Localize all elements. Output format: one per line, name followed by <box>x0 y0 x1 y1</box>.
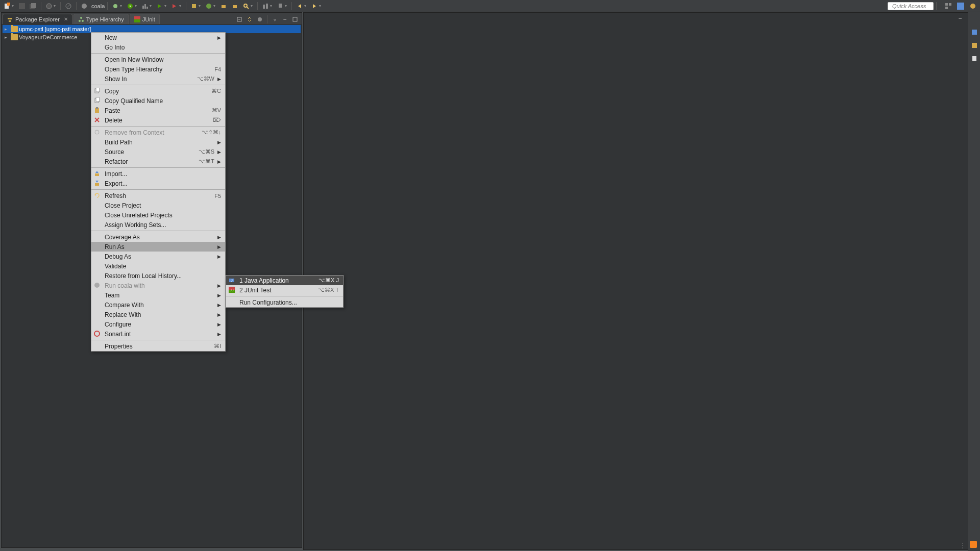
menu-item-team[interactable]: Team▶ <box>91 290 225 300</box>
dropdown-icon[interactable]: ▾ <box>213 4 217 8</box>
dropdown-icon[interactable]: ▾ <box>150 4 154 8</box>
menu-item-sonarlint[interactable]: SonarLint▶ <box>91 329 225 339</box>
svg-rect-39 <box>134 16 140 19</box>
dropdown-icon[interactable]: ▾ <box>164 4 168 8</box>
collapse-all-icon[interactable] <box>235 15 244 24</box>
menu-item-export[interactable]: Export... <box>91 179 225 188</box>
coala-label[interactable]: coala <box>91 3 105 9</box>
back-icon[interactable] <box>295 2 305 11</box>
menu-item-open-type-hierarchy[interactable]: Open Type HierarchyF4 <box>91 64 225 74</box>
forward-icon[interactable] <box>309 2 320 11</box>
menu-item-close-unrelated-projects[interactable]: Close Unrelated Projects <box>91 210 225 220</box>
dropdown-icon[interactable]: ▾ <box>285 4 289 8</box>
link-editor-icon[interactable] <box>245 15 254 24</box>
open-perspective-icon[interactable] <box>943 2 953 11</box>
menu-item-1-java-application[interactable]: J1 Java Application⌥⌘X J <box>226 276 343 285</box>
menu-item-build-path[interactable]: Build Path▶ <box>91 137 225 147</box>
focus-task-icon[interactable] <box>255 15 264 24</box>
save-all-icon[interactable] <box>28 2 38 11</box>
maximize-icon[interactable] <box>290 15 300 24</box>
type-hierarchy-icon <box>78 16 84 22</box>
svg-rect-60 <box>95 183 99 186</box>
dropdown-icon[interactable]: ▾ <box>179 4 183 8</box>
menu-label: Refresh <box>105 192 208 199</box>
menu-item-show-in[interactable]: Show In⌥⌘W▶ <box>91 74 225 84</box>
outline-icon[interactable] <box>970 28 979 37</box>
tab-package-explorer[interactable]: Package Explorer ✕ <box>3 14 72 24</box>
expander-icon[interactable]: ▸ <box>5 35 10 40</box>
menu-item-replace-with[interactable]: Replace With▶ <box>91 310 225 319</box>
view-menu-icon[interactable]: ▿ <box>270 15 279 24</box>
dropdown-icon[interactable]: ▾ <box>270 4 274 8</box>
expander-icon[interactable]: ▸ <box>5 27 10 32</box>
dropdown-icon[interactable]: ▾ <box>199 4 203 8</box>
dropdown-icon[interactable]: ▾ <box>135 4 139 8</box>
menu-item-open-in-new-window[interactable]: Open in New Window <box>91 55 225 64</box>
menu-label: Properties <box>105 343 208 350</box>
menu-item-import[interactable]: Import... <box>91 169 225 179</box>
task-list-icon[interactable] <box>970 41 979 50</box>
menu-label: SonarLint <box>105 331 214 338</box>
menu-item-debug-as[interactable]: Debug As▶ <box>91 252 225 261</box>
menu-separator <box>226 296 343 296</box>
menu-item-restore-from-local-history[interactable]: Restore from Local History... <box>91 271 225 281</box>
dropdown-icon[interactable]: ▾ <box>319 4 323 8</box>
menu-item-run-coala-with: Run coala with▶ <box>91 281 225 290</box>
editor-area[interactable]: − <box>303 12 979 550</box>
menu-item-configure[interactable]: Configure▶ <box>91 319 225 329</box>
open-task-icon[interactable] <box>230 2 240 11</box>
tab-junit[interactable]: JUnit <box>130 14 160 24</box>
pin-icon[interactable] <box>275 2 285 11</box>
circle-icon[interactable] <box>44 2 54 11</box>
project-label: upmc-pstl [upmc-pstl master] <box>19 26 91 32</box>
new-icon[interactable] <box>2 2 12 11</box>
open-type-icon[interactable] <box>218 2 229 11</box>
menu-item-2-junit-test[interactable]: Ju2 JUnit Test⌥⌘X T <box>226 285 343 295</box>
coverage-icon[interactable] <box>140 2 150 11</box>
ext-tools-icon[interactable] <box>169 2 180 11</box>
menu-item-assign-working-sets[interactable]: Assign Working Sets... <box>91 220 225 230</box>
minimize-icon[interactable]: − <box>955 14 965 23</box>
skip-icon[interactable] <box>63 2 74 11</box>
menu-item-copy-qualified-name[interactable]: Copy Qualified Name <box>91 96 225 106</box>
coala-icon[interactable] <box>79 2 89 11</box>
menu-item-refresh[interactable]: RefreshF5 <box>91 191 225 201</box>
run-icon[interactable] <box>125 2 135 11</box>
dropdown-icon[interactable]: ▾ <box>251 4 255 8</box>
new-pkg-icon[interactable] <box>189 2 199 11</box>
menu-item-run-configurations[interactable]: Run Configurations... <box>226 297 343 307</box>
java-perspective-icon[interactable] <box>955 2 966 11</box>
toggle-icon[interactable] <box>260 2 271 11</box>
menu-item-coverage-as[interactable]: Coverage As▶ <box>91 232 225 242</box>
tab-type-hierarchy[interactable]: Type Hierarchy <box>74 14 129 24</box>
doc-icon[interactable] <box>970 54 979 63</box>
dropdown-icon[interactable]: ▾ <box>120 4 124 8</box>
run-last-icon[interactable] <box>155 2 165 11</box>
save-icon[interactable] <box>17 2 27 11</box>
dropdown-icon[interactable]: ▾ <box>12 4 16 8</box>
menu-item-close-project[interactable]: Close Project <box>91 201 225 210</box>
new-class-icon[interactable] <box>204 2 214 11</box>
search-icon[interactable] <box>241 2 251 11</box>
menu-item-run-as[interactable]: Run As▶ <box>91 242 225 252</box>
menu-item-source[interactable]: Source⌥⌘S▶ <box>91 147 225 157</box>
debug-perspective-icon[interactable] <box>968 2 978 11</box>
menu-item-refactor[interactable]: Refactor⌥⌘T▶ <box>91 157 225 166</box>
menu-separator <box>91 167 225 168</box>
resize-handle-icon[interactable]: ⋮ <box>960 542 965 548</box>
dropdown-icon[interactable]: ▾ <box>304 4 308 8</box>
menu-item-go-into[interactable]: Go Into <box>91 42 225 52</box>
menu-item-paste[interactable]: Paste⌘V <box>91 106 225 115</box>
quick-access-input[interactable] <box>888 2 934 10</box>
feed-icon[interactable] <box>970 541 977 548</box>
close-icon[interactable]: ✕ <box>64 16 68 22</box>
menu-item-delete[interactable]: Delete⌦ <box>91 115 225 125</box>
menu-item-properties[interactable]: Properties⌘I <box>91 341 225 351</box>
dropdown-icon[interactable]: ▾ <box>54 4 58 8</box>
menu-item-compare-with[interactable]: Compare With▶ <box>91 300 225 310</box>
menu-item-validate[interactable]: Validate <box>91 261 225 271</box>
minimize-icon[interactable]: − <box>280 15 289 24</box>
debug-icon[interactable] <box>110 2 120 11</box>
menu-item-new[interactable]: New▶ <box>91 33 225 42</box>
menu-item-copy[interactable]: Copy⌘C <box>91 86 225 96</box>
